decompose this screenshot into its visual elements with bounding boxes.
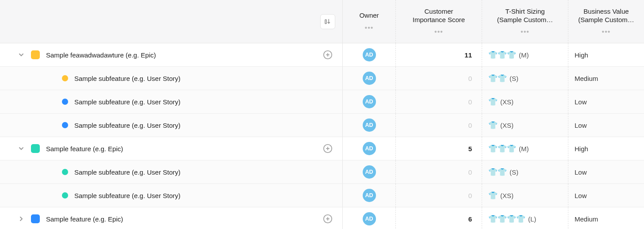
business-value-cell[interactable]: Low — [568, 184, 644, 207]
item-title[interactable]: Sample feawadwadawture (e.g. Epic) — [46, 51, 316, 59]
shirt-icon: 👕 — [498, 75, 507, 82]
tshirt-cell[interactable]: 👕👕(S) — [482, 67, 568, 90]
more-icon[interactable]: ••• — [434, 28, 443, 35]
avatar[interactable]: AD — [363, 142, 376, 155]
shirt-icon: 👕 — [488, 145, 498, 153]
header-biz[interactable]: Business Value (Sample Custom… ••• — [568, 0, 644, 43]
tshirt-cell[interactable]: 👕👕(S) — [482, 160, 568, 184]
business-value-cell[interactable]: Low — [568, 90, 644, 114]
business-value-cell[interactable]: High — [568, 43, 644, 67]
shirt-icon: 👕 — [488, 51, 498, 59]
shirt-icons: 👕👕👕 — [488, 145, 516, 153]
add-child-button[interactable] — [322, 49, 334, 61]
row-name-cell[interactable]: Sample feawadwadawture (e.g. Epic) — [0, 43, 343, 67]
shirt-icon: 👕 — [498, 168, 507, 176]
chevron-down-icon[interactable] — [18, 146, 25, 151]
row-name-cell[interactable]: Sample feature (e.g. Epic) — [0, 207, 343, 229]
score-cell[interactable]: 5 — [396, 137, 482, 160]
owner-cell[interactable]: AD — [343, 43, 396, 67]
item-title[interactable]: Sample feature (e.g. Epic) — [46, 145, 316, 153]
item-title[interactable]: Sample subfeature (e.g. User Story) — [74, 168, 337, 176]
chevron-down-icon[interactable] — [18, 52, 25, 57]
shirt-icons: 👕 — [488, 192, 498, 199]
score-cell[interactable]: 0 — [396, 90, 482, 114]
size-label: (XS) — [500, 192, 514, 199]
owner-cell[interactable]: AD — [343, 207, 396, 229]
shirt-icon: 👕 — [498, 51, 507, 59]
more-icon[interactable]: ••• — [602, 28, 611, 35]
shirt-icon: 👕 — [498, 215, 507, 223]
owner-cell[interactable]: AD — [343, 160, 396, 184]
size-label: (L) — [528, 215, 536, 223]
owner-cell[interactable]: AD — [343, 67, 396, 90]
business-value-text: Low — [575, 122, 587, 129]
score-value: 0 — [468, 98, 472, 106]
avatar[interactable]: AD — [363, 118, 376, 132]
avatar[interactable]: AD — [363, 212, 376, 225]
item-title[interactable]: Sample subfeature (e.g. User Story) — [74, 122, 337, 129]
score-cell[interactable]: 0 — [396, 184, 482, 207]
story-color-dot — [62, 99, 68, 105]
size-label: (M) — [519, 145, 529, 153]
shirt-icon: 👕 — [488, 98, 498, 106]
tshirt-cell[interactable]: 👕👕👕👕(L) — [482, 207, 568, 229]
more-icon[interactable]: ••• — [365, 24, 374, 31]
owner-cell[interactable]: AD — [343, 137, 396, 160]
tshirt-cell[interactable]: 👕👕👕(M) — [482, 43, 568, 67]
tshirt-cell[interactable]: 👕(XS) — [482, 184, 568, 207]
score-cell[interactable]: 11 — [396, 43, 482, 67]
owner-cell[interactable]: AD — [343, 114, 396, 137]
row-name-cell[interactable]: Sample subfeature (e.g. User Story) — [0, 184, 343, 207]
business-value-cell[interactable]: Low — [568, 114, 644, 137]
business-value-text: High — [575, 145, 588, 153]
row-name-cell[interactable]: Sample subfeature (e.g. User Story) — [0, 67, 343, 90]
size-label: (M) — [519, 51, 529, 59]
header-owner[interactable]: Owner ••• — [343, 0, 396, 43]
svg-rect-0 — [325, 19, 326, 23]
header-tshirt-label: T-Shirt Sizing (Sample Custom… — [497, 8, 553, 24]
score-cell[interactable]: 0 — [396, 67, 482, 90]
business-value-text: Medium — [575, 215, 598, 223]
owner-cell[interactable]: AD — [343, 90, 396, 114]
header-tshirt[interactable]: T-Shirt Sizing (Sample Custom… ••• — [482, 0, 568, 43]
business-value-cell[interactable]: Medium — [568, 67, 644, 90]
tshirt-cell[interactable]: 👕(XS) — [482, 114, 568, 137]
header-score[interactable]: Customer Importance Score ••• — [396, 0, 482, 43]
score-value: 6 — [468, 215, 472, 223]
add-child-button[interactable] — [322, 143, 334, 154]
business-value-cell[interactable]: High — [568, 137, 644, 160]
score-cell[interactable]: 0 — [396, 160, 482, 184]
item-title[interactable]: Sample subfeature (e.g. User Story) — [74, 192, 337, 199]
story-color-dot — [62, 169, 68, 175]
row-name-cell[interactable]: Sample feature (e.g. Epic) — [0, 137, 343, 160]
shirt-icon: 👕 — [488, 75, 498, 82]
avatar[interactable]: AD — [363, 48, 376, 61]
item-title[interactable]: Sample subfeature (e.g. User Story) — [74, 98, 337, 106]
business-value-cell[interactable]: Medium — [568, 207, 644, 229]
business-value-cell[interactable]: Low — [568, 160, 644, 184]
shirt-icon: 👕 — [507, 51, 516, 59]
row-name-cell[interactable]: Sample subfeature (e.g. User Story) — [0, 90, 343, 114]
tshirt-cell[interactable]: 👕👕👕(M) — [482, 137, 568, 160]
add-child-button[interactable] — [322, 213, 334, 225]
story-color-dot — [62, 192, 68, 198]
avatar[interactable]: AD — [363, 72, 376, 85]
row-name-cell[interactable]: Sample subfeature (e.g. User Story) — [0, 160, 343, 184]
chevron-right-icon[interactable] — [18, 216, 25, 221]
sort-button[interactable] — [320, 14, 335, 29]
score-cell[interactable]: 6 — [396, 207, 482, 229]
score-cell[interactable]: 0 — [396, 114, 482, 137]
row-name-cell[interactable]: Sample subfeature (e.g. User Story) — [0, 114, 343, 137]
shirt-icon: 👕 — [498, 145, 507, 153]
avatar[interactable]: AD — [363, 95, 376, 108]
avatar[interactable]: AD — [363, 189, 376, 202]
backlog-grid: Owner ••• Customer Importance Score ••• … — [0, 0, 644, 229]
owner-cell[interactable]: AD — [343, 184, 396, 207]
more-icon[interactable]: ••• — [521, 28, 529, 35]
item-title[interactable]: Sample subfeature (e.g. User Story) — [74, 75, 337, 82]
item-title[interactable]: Sample feature (e.g. Epic) — [46, 215, 316, 223]
tshirt-cell[interactable]: 👕(XS) — [482, 90, 568, 114]
shirt-icons: 👕 — [488, 98, 498, 106]
business-value-text: Low — [575, 98, 587, 106]
avatar[interactable]: AD — [363, 165, 376, 179]
